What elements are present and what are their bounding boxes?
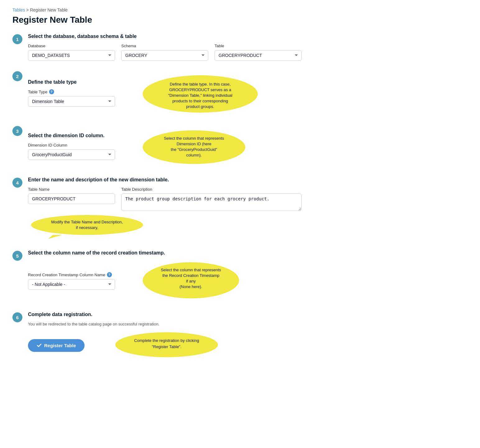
step-5-badge: 5 [12,251,22,261]
breadcrumb-tables-link[interactable]: Tables [12,7,25,12]
step-5-content: Select the column name of the record cre… [28,250,330,302]
step-2-content: Define the table type Table Type ? Dimen… [28,71,330,115]
table-name-group: Table Name [28,187,115,211]
step-1-badge: 1 [12,34,22,44]
dimension-id-group: Dimension ID Column GroceryProductGuid [28,143,115,160]
step-4-badge: 4 [12,178,22,188]
svg-text:GROCERYPRODUCT serves as a: GROCERYPRODUCT serves as a [169,87,231,92]
step-6-content: Complete data registration. You will be … [28,312,330,360]
step-1-form-row: Database DEMO_DATASETS Schema GROCERY Ta… [28,44,330,61]
svg-text:Dimension ID (here: Dimension ID (here [177,142,211,146]
table-label: Table [215,44,302,48]
step-6-tooltip-container: Complete the registration by clicking "R… [101,331,219,360]
table-group: Table GROCERYPRODUCT [215,44,302,61]
svg-text:if necessary,: if necessary, [76,225,98,230]
step-1-title: Select the database, database schema & t… [28,34,330,39]
step-6-tooltip-svg: Complete the registration by clicking "R… [101,331,219,359]
register-table-button[interactable]: Register Table [28,339,85,352]
step-3-tooltip-container: Select the column that represents Dimens… [135,128,247,167]
step-1-content: Select the database, database schema & t… [28,34,330,61]
step-5: 5 Select the column name of the record c… [12,250,330,302]
step-4-tooltip-svg: Modify the Table Name and Description, i… [28,214,146,239]
schema-label: Schema [121,44,208,48]
breadcrumb-current: Register New Table [30,7,67,12]
step-3-title: Select the dimension ID column. [28,133,115,138]
svg-text:the Record Creation Timestamp: the Record Creation Timestamp [162,273,219,278]
timestamp-column-select[interactable]: - Not Applicable - [28,279,115,290]
page-title: Register New Table [12,15,330,25]
dimension-id-label: Dimension ID Column [28,143,115,147]
table-type-label: Table Type ? [28,89,115,94]
table-description-textarea[interactable]: The product group description for each g… [121,194,302,211]
schema-select[interactable]: GROCERY [121,50,208,61]
step-6-title: Complete data registration. [28,312,330,317]
step-2-tooltip-container: Define the table type. In this case, GRO… [135,74,259,115]
breadcrumb-separator: > [26,7,30,12]
svg-text:(None here).: (None here). [180,284,202,289]
step-2-row: Define the table type Table Type ? Dimen… [28,71,330,115]
step-2-badge: 2 [12,71,22,81]
table-name-label: Table Name [28,187,115,192]
svg-text:Complete the registration by c: Complete the registration by clicking [134,338,199,343]
svg-text:"Dimension Table," linking ind: "Dimension Table," linking individual [168,93,233,98]
timestamp-help-icon[interactable]: ? [107,272,112,277]
database-group: Database DEMO_DATASETS [28,44,115,61]
svg-text:Define the table type. In this: Define the table type. In this case, [170,82,231,86]
svg-text:Select the column that represe: Select the column that represents [161,268,221,272]
step-4-content: Enter the name and description of the ne… [28,177,330,240]
step-6: 6 Complete data registration. You will b… [12,312,330,360]
step-3-tooltip-svg: Select the column that represents Dimens… [135,128,247,166]
svg-marker-14 [48,235,62,239]
table-description-label: Table Description [121,187,302,192]
step-6-row: Register Table Complete the registration… [28,331,330,360]
step-4-tooltip-container: Modify the Table Name and Description, i… [28,214,146,240]
step-2-tooltip-svg: Define the table type. In this case, GRO… [135,74,259,114]
step-4: 4 Enter the name and description of the … [12,177,330,240]
timestamp-column-label: Record Creation Timestamp Column Name ? [28,272,115,277]
step-3-badge: 3 [12,126,22,136]
step-2-title: Define the table type [28,79,115,85]
svg-text:the "GroceryProductGuid": the "GroceryProductGuid" [171,147,217,152]
svg-text:Modify the Table Name and Desc: Modify the Table Name and Description, [51,220,123,224]
step-5-tooltip-container: Select the column that represents the Re… [135,260,241,302]
checkmark-icon [37,343,42,348]
step-5-row: Record Creation Timestamp Column Name ? … [28,260,330,302]
svg-text:if any: if any [186,279,196,283]
database-select[interactable]: DEMO_DATASETS [28,50,115,61]
database-label: Database [28,44,115,48]
svg-text:Select the column that represe: Select the column that represents [164,136,224,141]
step-3: 3 Select the dimension ID column. Dimens… [12,125,330,167]
svg-text:products to their correspondin: products to their corresponding [172,99,228,103]
step-5-tooltip-svg: Select the column that represents the Re… [135,260,241,301]
table-name-input[interactable] [28,194,115,204]
step-6-badge: 6 [12,312,22,322]
step-1: 1 Select the database, database schema &… [12,34,330,61]
step-5-title: Select the column name of the record cre… [28,250,330,256]
svg-text:"Register Table".: "Register Table". [152,344,182,349]
step-3-row: Select the dimension ID column. Dimensio… [28,125,330,167]
step-2: 2 Define the table type Table Type ? Dim… [12,71,330,115]
table-type-help-icon[interactable]: ? [49,89,54,94]
step-5-main: Record Creation Timestamp Column Name ? … [28,272,115,290]
register-button-label: Register Table [44,343,76,348]
step-6-description: You will be redirected to the table cata… [28,322,330,326]
table-type-select[interactable]: Dimension Table Fact Table Other [28,96,115,107]
timestamp-column-group: Record Creation Timestamp Column Name ? … [28,272,115,290]
breadcrumb: Tables > Register New Table [12,7,330,12]
svg-text:column).: column). [186,153,202,157]
step-4-form-row: Table Name Table Description The product… [28,187,330,211]
svg-text:product groups.: product groups. [186,104,214,109]
table-select[interactable]: GROCERYPRODUCT [215,50,302,61]
step-4-title: Enter the name and description of the ne… [28,177,330,183]
step-2-main: Define the table type Table Type ? Dimen… [28,79,115,107]
step-3-content: Select the dimension ID column. Dimensio… [28,125,330,167]
table-description-group: Table Description The product group desc… [121,187,302,211]
schema-group: Schema GROCERY [121,44,208,61]
table-type-group: Table Type ? Dimension Table Fact Table … [28,89,115,107]
step-3-main: Select the dimension ID column. Dimensio… [28,133,115,160]
dimension-id-select[interactable]: GroceryProductGuid [28,149,115,160]
svg-point-13 [31,215,143,235]
